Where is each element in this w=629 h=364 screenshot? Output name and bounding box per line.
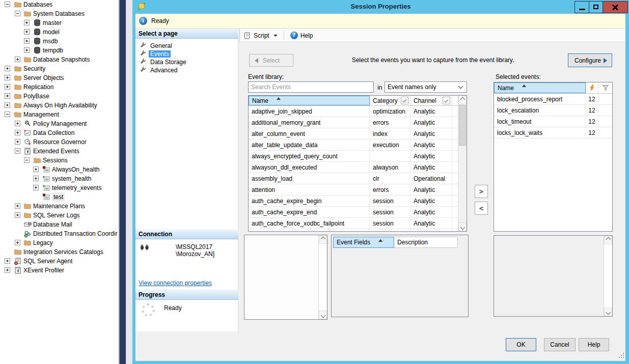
plus-expander-icon[interactable]: [24, 29, 30, 35]
page-item-advanced[interactable]: Advanced: [135, 66, 238, 74]
page-item-data-storage[interactable]: Data Storage: [135, 58, 238, 66]
column-header-filter[interactable]: [598, 82, 612, 93]
column-header-name[interactable]: Name: [249, 96, 370, 105]
minus-expander-icon[interactable]: [5, 111, 10, 117]
tree-item[interactable]: Management: [0, 110, 119, 119]
tree-item[interactable]: system_health: [0, 174, 119, 183]
plus-expander-icon[interactable]: [24, 38, 30, 44]
tree-item[interactable]: Sessions: [0, 156, 119, 165]
channel-filter-icon[interactable]: [443, 97, 450, 104]
event-library-row[interactable]: adaptive_join_skippedoptimizationAnalyti…: [249, 106, 467, 117]
plus-expander-icon[interactable]: [15, 57, 20, 62]
plus-expander-icon[interactable]: [15, 130, 20, 135]
event-library-row[interactable]: auth_cache_expire_endsessionAnalytic: [249, 207, 467, 218]
selected-event-row[interactable]: blocked_process_report12: [494, 94, 612, 105]
tree-item[interactable]: Integration Services Catalogs: [0, 247, 119, 257]
tree-item[interactable]: System Databases: [0, 9, 119, 18]
event-library-row[interactable]: assembly_loadclrOperational: [249, 173, 467, 184]
tree-item[interactable]: test: [0, 192, 119, 202]
plus-expander-icon[interactable]: [24, 47, 30, 53]
tree-item[interactable]: PolyBase: [0, 92, 119, 101]
event-library-row[interactable]: attentionerrorsAnalytic: [249, 184, 467, 195]
selected-event-row[interactable]: locks_lock_waits12: [494, 127, 612, 138]
column-header-configured[interactable]: [586, 82, 598, 93]
description-scrollbar[interactable]: [318, 235, 327, 319]
tree-item[interactable]: tempdb: [0, 46, 119, 55]
event-library-row[interactable]: alter_column_eventindexAnalytic: [249, 128, 467, 139]
tree-item[interactable]: Replication: [0, 82, 119, 92]
selected-event-row[interactable]: lock_timeout12: [494, 116, 612, 127]
plus-expander-icon[interactable]: [24, 20, 30, 25]
tree-item[interactable]: Maintenance Plans: [0, 202, 119, 211]
tree-item[interactable]: Legacy: [0, 238, 119, 247]
minus-expander-icon[interactable]: [5, 2, 10, 7]
plus-expander-icon[interactable]: [5, 102, 10, 108]
plus-expander-icon[interactable]: [15, 203, 20, 209]
help-toolbar-button[interactable]: Help: [287, 30, 316, 41]
tree-item[interactable]: Databases: [0, 0, 119, 9]
plus-expander-icon[interactable]: [33, 166, 39, 172]
tree-item[interactable]: Database Mail: [0, 220, 119, 229]
tree-item[interactable]: SQL Server Logs: [0, 211, 119, 220]
tree-item[interactable]: Distributed Transaction Coordir: [0, 229, 119, 238]
column-header-channel[interactable]: Channel: [411, 96, 452, 105]
scroll-up-button[interactable]: [319, 235, 327, 244]
tree-item[interactable]: Policy Management: [0, 119, 119, 128]
script-button[interactable]: Script: [240, 30, 281, 41]
plus-expander-icon[interactable]: [5, 258, 10, 264]
tree-item[interactable]: telemetry_xevents: [0, 183, 119, 192]
search-events-input[interactable]: [248, 81, 374, 93]
selected-event-row[interactable]: lock_escalation12: [494, 105, 612, 116]
scroll-down-button[interactable]: [604, 307, 612, 316]
tree-item[interactable]: master: [0, 18, 119, 27]
category-filter-icon[interactable]: [401, 97, 408, 104]
tree-item[interactable]: Resource Governor: [0, 137, 119, 147]
plus-expander-icon[interactable]: [15, 121, 20, 126]
maximize-button[interactable]: [589, 1, 603, 13]
plus-expander-icon[interactable]: [15, 139, 20, 145]
tree-item[interactable]: AlwaysOn_health: [0, 165, 119, 174]
event-library-row[interactable]: auth_cache_force_xodbc_failpointsessionA…: [249, 218, 467, 229]
tree-item[interactable]: Extended Events: [0, 147, 119, 156]
tree-item[interactable]: model: [0, 27, 119, 37]
scroll-down-button[interactable]: [458, 222, 467, 231]
scroll-up-button[interactable]: [458, 96, 467, 104]
minus-expander-icon[interactable]: [15, 148, 20, 154]
plus-expander-icon[interactable]: [15, 212, 20, 218]
minus-expander-icon[interactable]: [15, 11, 20, 16]
plus-expander-icon[interactable]: [5, 93, 10, 99]
column-header-name[interactable]: Name: [494, 82, 586, 93]
ok-button[interactable]: OK: [506, 338, 536, 351]
event-library-row[interactable]: auth_cache_expire_beginsessionAnalytic: [249, 195, 467, 207]
column-header-event-fields[interactable]: Event Fields: [333, 237, 394, 248]
event-library-row[interactable]: additional_memory_granterrorsAnalytic: [249, 117, 467, 128]
plus-expander-icon[interactable]: [5, 84, 10, 90]
tree-item[interactable]: Database Snapshots: [0, 55, 119, 64]
minimize-button[interactable]: [575, 1, 589, 13]
column-header-category[interactable]: Category: [370, 96, 411, 105]
search-scope-select[interactable]: Event names only: [385, 81, 467, 93]
tree-item[interactable]: Data Collection: [0, 128, 119, 137]
close-button[interactable]: [603, 1, 628, 13]
plus-expander-icon[interactable]: [33, 185, 39, 190]
script-dropdown-icon[interactable]: [274, 35, 278, 37]
configure-button[interactable]: Configure: [568, 53, 612, 67]
plus-expander-icon[interactable]: [5, 75, 10, 80]
view-connection-properties-link[interactable]: View connection properties: [139, 279, 212, 287]
select-button[interactable]: Select: [249, 54, 293, 67]
scrollbar-thumb[interactable]: [459, 105, 466, 146]
event-library-row[interactable]: auth_cache_lookup_failuresessionAnalytic: [249, 229, 467, 232]
scroll-down-button[interactable]: [319, 311, 327, 319]
plus-expander-icon[interactable]: [5, 66, 10, 71]
library-grid-scrollbar[interactable]: [458, 96, 467, 231]
column-header-description[interactable]: Description: [394, 237, 458, 248]
tree-item[interactable]: Security: [0, 64, 119, 73]
minus-expander-icon[interactable]: [24, 157, 30, 163]
tree-item[interactable]: XEvent Profiler: [0, 266, 119, 275]
tree-item[interactable]: Always On High Availability: [0, 101, 119, 110]
tree-item[interactable]: SQL Server Agent: [0, 257, 119, 266]
remove-event-button[interactable]: <: [475, 202, 488, 215]
details-scrollbar[interactable]: [604, 236, 612, 316]
page-item-events[interactable]: Events: [135, 50, 238, 58]
event-library-row[interactable]: alwayson_ddl_executedalwaysonAnalytic: [249, 162, 467, 173]
